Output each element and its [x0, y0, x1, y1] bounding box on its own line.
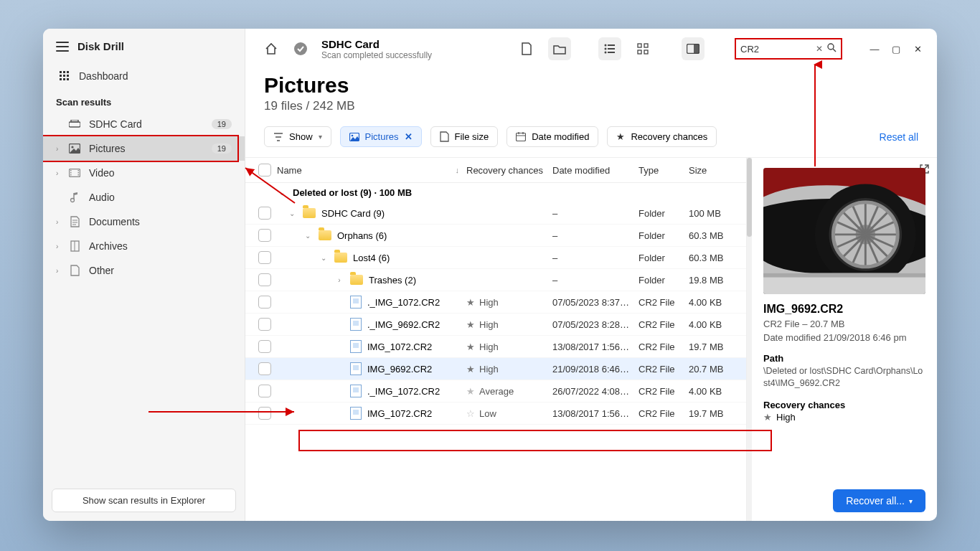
- filter-label: Date modified: [532, 131, 589, 142]
- folder-view-button[interactable]: [548, 37, 571, 60]
- type-value: CR2 File: [639, 408, 689, 419]
- svg-rect-9: [69, 122, 80, 127]
- scrollbar[interactable]: [747, 158, 752, 521]
- table-row[interactable]: › ._IMG_1072.CR2 ★Average 26/07/2022 4:0…: [245, 380, 746, 402]
- tree-chevron-icon[interactable]: ›: [334, 276, 344, 284]
- app-title: Disk Drill: [77, 40, 124, 52]
- svg-rect-28: [608, 52, 615, 53]
- image-icon: [349, 133, 359, 141]
- maximize-button[interactable]: ▢: [891, 44, 901, 55]
- filter-pictures-chip[interactable]: Pictures ✕: [340, 126, 422, 147]
- size-value: 4.00 KB: [689, 297, 739, 308]
- type-value: CR2 File: [639, 319, 689, 330]
- row-checkbox[interactable]: [258, 273, 271, 286]
- close-button[interactable]: ✕: [913, 44, 923, 55]
- sidebar-dashboard[interactable]: Dashboard: [43, 64, 245, 88]
- topbar: SDHC Card Scan completed successfully: [245, 29, 937, 66]
- file-name: Orphans (6): [337, 230, 387, 241]
- row-checkbox[interactable]: [258, 340, 271, 353]
- details-panel: IMG_9692.CR2 CR2 File – 20.7 MB Date mod…: [752, 158, 937, 521]
- filter-icon: [273, 133, 283, 141]
- grid-view-button[interactable]: [631, 37, 654, 60]
- sidebar-item-label: Archives: [89, 240, 128, 252]
- svg-rect-30: [644, 44, 648, 47]
- search-value: CR2: [740, 44, 759, 55]
- folder-icon: [319, 230, 331, 240]
- file-name: ._IMG_1072.CR2: [367, 386, 440, 397]
- row-checkbox[interactable]: [258, 251, 271, 264]
- column-size[interactable]: Size: [689, 165, 739, 176]
- minimize-button[interactable]: —: [870, 44, 880, 55]
- sidebar-item-audio[interactable]: › Audio: [43, 185, 245, 209]
- table-row[interactable]: › Trashes (2) – Folder 19.8 MB: [245, 269, 746, 291]
- row-checkbox[interactable]: [258, 407, 271, 420]
- chevron-down-icon[interactable]: ⌄: [277, 189, 287, 197]
- file-name: Lost4 (6): [353, 253, 390, 263]
- column-recovery[interactable]: Recovery chances: [466, 165, 552, 176]
- date-value: –: [552, 208, 639, 219]
- show-in-explorer-button[interactable]: Show scan results in Explorer: [52, 489, 236, 512]
- tree-chevron-icon[interactable]: ⌄: [287, 209, 297, 217]
- search-icon[interactable]: [827, 43, 837, 55]
- row-checkbox[interactable]: [258, 207, 271, 220]
- table-row[interactable]: ⌄ SDHC Card (9) – Folder 100 MB: [245, 202, 746, 225]
- row-checkbox[interactable]: [258, 229, 271, 242]
- show-filter-button[interactable]: Show ▾: [264, 126, 331, 147]
- table-row[interactable]: › IMG_1072.CR2 ★High 13/08/2017 1:56… CR…: [245, 336, 746, 358]
- file-view-button[interactable]: [515, 37, 538, 60]
- tree-chevron-icon[interactable]: ⌄: [319, 254, 329, 262]
- home-button[interactable]: [260, 37, 283, 60]
- sidebar-item-pictures[interactable]: › Pictures 19: [43, 136, 245, 161]
- svg-point-38: [351, 134, 353, 136]
- filter-filesize-button[interactable]: File size: [430, 126, 499, 147]
- menu-icon[interactable]: [56, 42, 69, 52]
- sidebar-item-archives[interactable]: › Archives: [43, 234, 245, 258]
- sidebar-item-documents[interactable]: › Documents: [43, 209, 245, 234]
- table-row[interactable]: › ._IMG_1072.CR2 ★High 07/05/2023 8:37… …: [245, 291, 746, 314]
- table-row[interactable]: ⌄ Orphans (6) – Folder 60.3 MB: [245, 225, 746, 247]
- recovery-value: Average: [479, 386, 514, 397]
- table-row[interactable]: › IMG_1072.CR2 ☆Low 13/08/2017 1:56… CR2…: [245, 402, 746, 425]
- select-all-checkbox[interactable]: [258, 164, 271, 176]
- scrollbar-thumb[interactable]: [747, 158, 752, 237]
- count-badge: 19: [212, 143, 232, 154]
- filter-label: Recovery chances: [631, 131, 707, 142]
- table-row[interactable]: › ._IMG_9692.CR2 ★High 07/05/2023 8:28… …: [245, 314, 746, 336]
- type-value: Folder: [639, 253, 689, 263]
- row-checkbox[interactable]: [258, 385, 271, 397]
- row-checkbox[interactable]: [258, 362, 271, 375]
- search-input[interactable]: CR2 ✕: [735, 38, 842, 60]
- sidebar-item-video[interactable]: › Video: [43, 161, 245, 185]
- svg-rect-3: [60, 75, 62, 77]
- date-value: 07/05/2023 8:28…: [552, 319, 639, 330]
- remove-chip-icon[interactable]: ✕: [405, 131, 413, 142]
- toggle-preview-button[interactable]: [682, 37, 705, 60]
- size-value: 20.7 MB: [689, 364, 739, 375]
- svg-rect-31: [638, 50, 641, 54]
- reset-all-link[interactable]: Reset all: [880, 131, 918, 143]
- chevron-right-icon: ›: [56, 145, 63, 153]
- sidebar-item-other[interactable]: › Other: [43, 258, 245, 283]
- details-filename: IMG_9692.CR2: [763, 303, 925, 316]
- app-window: Disk Drill Dashboard Scan results SDHC C…: [43, 29, 937, 521]
- date-value: 07/05/2023 8:37…: [552, 297, 639, 308]
- recover-all-button[interactable]: Recover all... ▾: [833, 489, 925, 512]
- list-view-button[interactable]: [598, 37, 621, 60]
- star-icon: ★: [466, 297, 475, 308]
- svg-rect-26: [608, 48, 615, 50]
- table-row[interactable]: › IMG_9692.CR2 ★High 21/09/2018 6:46… CR…: [245, 358, 746, 380]
- column-date[interactable]: Date modified: [552, 165, 639, 176]
- scan-title: SDHC Card: [321, 38, 432, 50]
- column-name[interactable]: Name↓: [277, 165, 466, 176]
- filter-date-button[interactable]: Date modified: [507, 126, 598, 147]
- filter-recovery-button[interactable]: ★ Recovery chances: [607, 126, 717, 147]
- tree-chevron-icon[interactable]: ⌄: [303, 232, 313, 240]
- svg-point-25: [605, 48, 607, 50]
- row-checkbox[interactable]: [258, 318, 271, 331]
- column-type[interactable]: Type: [639, 165, 689, 176]
- sidebar-item-sdhc[interactable]: SDHC Card 19: [43, 112, 245, 136]
- clear-search-icon[interactable]: ✕: [816, 44, 823, 54]
- row-checkbox[interactable]: [258, 296, 271, 309]
- table-row[interactable]: ⌄ Lost4 (6) – Folder 60.3 MB: [245, 247, 746, 269]
- recovery-value: High: [479, 364, 499, 375]
